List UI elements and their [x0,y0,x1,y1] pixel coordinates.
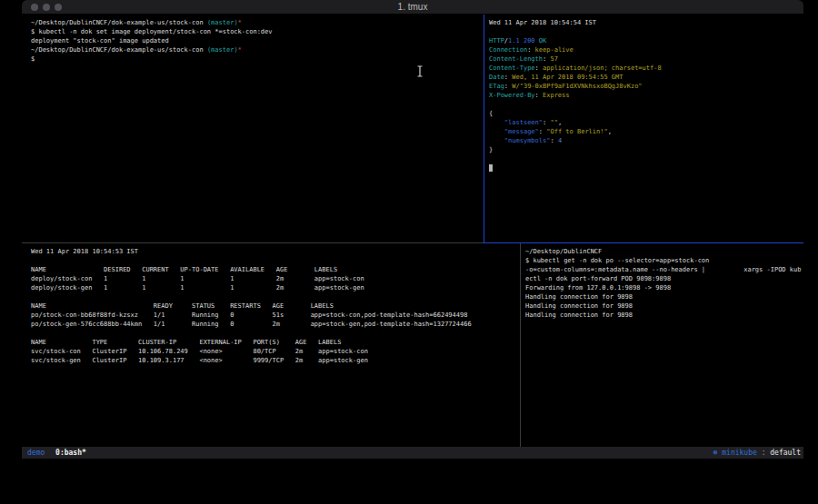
terminal-line: ~/Desktop/DublinCNCF/dok-example-us/stoc… [31,18,484,27]
window-title: 1. tmux [22,0,803,15]
pane-bottom-right-port-forward[interactable]: ~/Desktop/DublinCNCF$ kubectl get -n dok… [521,243,803,447]
terminal-line: $ kubectl get -n dok po --selector=app=s… [525,256,803,265]
terminal-line: ~/Desktop/DublinCNCF [525,247,803,256]
terminal-line: NAME READY STATUS RESTARTS AGE LABELS [31,301,520,311]
terminal-window[interactable]: 1. tmux ~/Desktop/DublinCNCF/dok-example… [22,0,803,459]
pane-top-right-http-response[interactable]: Wed 11 Apr 2018 10:54:54 ISTHTTP/1.1 200… [484,15,803,242]
terminal-line [489,27,803,36]
kube-context: minikube [722,449,757,457]
terminal-line: svc/stock-con ClusterIP 10.106.78.249 <n… [31,347,520,356]
terminal-line: Handling connection for 9898 [525,292,803,301]
terminal-line [31,256,520,265]
terminal-line: HTTP/1.1 200 OK [489,36,803,45]
terminal-line: Wed 11 Apr 2018 10:54:54 IST [489,18,803,27]
terminal-line: deployment "stock-con" image updated [31,36,484,45]
terminal-line: deploy/stock-con 1 1 1 1 2m app=stock-co… [31,274,520,283]
pane-divider-horizontal-right[interactable] [484,242,803,243]
terminal-line: { [489,109,803,118]
terminal-line [489,163,803,173]
pane-divider-vertical-bottom[interactable] [520,243,521,447]
terminal-line: "message": "Off to Berlin!", [489,127,803,136]
terminal-line: ETag: W/"39-0xBPf9aF1dXVNkhsxoBQgJ8vKzo" [489,82,803,91]
window-titlebar[interactable]: 1. tmux [22,0,803,15]
terminal-line: Date: Wed, 11 Apr 2018 09:54:55 GMT [489,73,803,82]
terminal-line: svc/stock-gen ClusterIP 10.109.3.177 <no… [31,356,520,365]
terminal-line: "lastseen": "", [489,118,803,127]
terminal-line: deploy/stock-gen 1 1 1 1 2m app=stock-ge… [31,283,520,292]
terminal-line: Wed 11 Apr 2018 10:54:53 IST [31,247,520,256]
desktop-background: 1. tmux ~/Desktop/DublinCNCF/dok-example… [0,0,818,504]
terminal-line: ectl -n dok port-forward POD 9898:9898 [525,274,803,283]
tmux-status-bar: demo 0:bash* ⊛ minikube : default [22,447,803,459]
terminal-line [31,292,520,301]
terminal-line [489,154,803,163]
terminal-line: NAME DESIRED CURRENT UP-TO-DATE AVAILABL… [31,265,520,274]
status-right: ⊛ minikube : default [713,447,801,459]
terminal-line: Connection: keep-alive [489,45,803,54]
status-left: demo 0:bash* [27,447,86,459]
context-namespace-separator: : [762,449,766,457]
pane-bottom-left-kubectl-watch[interactable]: Wed 11 Apr 2018 10:54:53 ISTNAME DESIRED… [22,243,520,447]
tmux-panes-container: ~/Desktop/DublinCNCF/dok-example-us/stoc… [22,15,803,447]
terminal-line: $ [31,54,484,64]
mouse-ibeam-cursor [416,65,424,77]
terminal-line: po/stock-gen-576cc688bb-44kmn 1/1 Runnin… [31,320,520,329]
terminal-line: NAME TYPE CLUSTER-IP EXTERNAL-IP PORT(S)… [31,338,520,347]
terminal-line: $ kubectl -n dok set image deployment/st… [31,27,484,36]
pane-top-left-shell[interactable]: ~/Desktop/DublinCNCF/dok-example-us/stoc… [22,15,484,242]
terminal-line: po/stock-con-bb68f88fd-kzsxz 1/1 Running… [31,311,520,320]
terminal-line [31,329,520,338]
session-name: demo [27,449,45,457]
pane-divider-vertical-top[interactable] [484,15,484,242]
terminal-line: ~/Desktop/DublinCNCF/dok-example-us/stoc… [31,45,484,54]
terminal-line: } [489,145,803,154]
terminal-line [489,100,803,109]
terminal-line: Forwarding from 127.0.0.1:9898 -> 9898 [525,283,803,292]
terminal-line: "numsymbols": 4 [489,136,803,145]
terminal-line: X-Powered-By: Express [489,91,803,100]
pane-divider-horizontal-left[interactable] [22,242,484,243]
terminal-line: Handling connection for 9898 [525,301,803,311]
kube-namespace: default [770,449,801,457]
terminal-line: Content-Length: 57 [489,54,803,64]
terminal-line: -o=custom-columns=:metadata.name --no-he… [525,265,803,274]
window-tab-bash[interactable]: 0:bash* [55,449,86,457]
terminal-line: Handling connection for 9898 [525,311,803,320]
kubernetes-icon: ⊛ [713,449,718,457]
terminal-line: Content-Type: application/json; charset=… [489,64,803,73]
